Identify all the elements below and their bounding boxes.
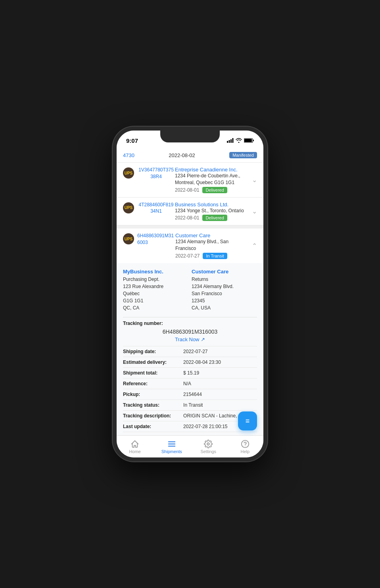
shipment-4730-badge: Manifested	[229, 152, 257, 158]
nav-settings-label: Settings	[200, 449, 216, 454]
shipment-4730-id: 4730	[123, 152, 134, 158]
shipment-row-customercare-expanded[interactable]: UPS 6H48863091M316003 Customer Care 1234…	[117, 229, 263, 435]
tracking-desc-label: Tracking description:	[123, 413, 183, 419]
shipping-date-value: 2022-07-27	[183, 349, 257, 354]
shipment-4730-date: 2022-08-02	[169, 152, 195, 158]
svg-rect-5	[244, 139, 252, 142]
screen-content: 4730 2022-08-02 Manifested UPS 1V3647780…	[117, 148, 263, 435]
track-now-link[interactable]: Track Now ↗	[123, 336, 257, 343]
detail-row-num-packages: Number of packages: 1	[123, 432, 257, 435]
shipment-date-business: 2022-08-01	[175, 215, 199, 221]
detail-row-reference: Reference: N/A	[123, 378, 257, 389]
chevron-business: ⌄	[249, 208, 257, 215]
ups-logo-customercare: UPS	[123, 233, 134, 244]
svg-rect-6	[253, 140, 254, 141]
shipment-address-entreprise: 1234 Pierre-de Coubertin Ave., Montreal,…	[175, 173, 249, 186]
svg-rect-2	[230, 139, 232, 143]
shipment-badge-business: Delivered	[202, 215, 227, 221]
shipment-address-customercare: 1234 Alemany Blvd., San Francisco	[175, 238, 249, 252]
detail-row-total: Shipment total: $ 15.19	[123, 367, 257, 378]
battery-icon	[244, 138, 254, 143]
from-postal: G1G 1G1	[123, 297, 188, 304]
status-icons	[227, 138, 254, 143]
help-icon	[241, 440, 249, 448]
total-value: $ 15.19	[183, 370, 257, 376]
shipment-address-business: 1234 Yonge St., Toronto, Ontario	[175, 208, 249, 214]
to-city: San Francisco	[192, 290, 257, 297]
from-region: QC, CA	[123, 304, 188, 311]
svg-rect-1	[229, 140, 230, 143]
shipment-company-business: Business Solutions Ltd.	[175, 202, 249, 208]
svg-rect-0	[227, 141, 228, 143]
detail-table: Tracking number: 6H48863091M316003 Track…	[123, 317, 257, 435]
ups-logo-business: UPS	[123, 202, 134, 213]
detail-row-shipping-date: Shipping date: 2022-07-27	[123, 346, 257, 357]
nav-shipments-label: Shipments	[161, 449, 182, 454]
from-dept: Purchasing Dept.	[123, 276, 188, 283]
shipment-id-entreprise: 1V3647780T37538R4	[137, 167, 175, 180]
expanded-detail: MyBusiness Inc. Purchasing Dept. 123 Rue…	[117, 263, 263, 435]
tracking-number-value: 6H48863091M316003	[123, 329, 257, 335]
nav-home-label: Home	[129, 449, 141, 454]
track-now-text[interactable]: Track Now ↗	[175, 336, 205, 342]
from-street: 123 Rue Alexandre	[123, 283, 188, 290]
est-delivery-label: Estimated delivery:	[123, 359, 183, 365]
nav-settings[interactable]: Settings	[190, 436, 227, 457]
status-time: 9:07	[126, 137, 138, 144]
shipping-date-label: Shipping date:	[123, 349, 183, 354]
nav-shipments[interactable]: Shipments	[154, 436, 190, 457]
chevron-customercare[interactable]: ⌃	[249, 242, 257, 250]
detail-row-last-update: Last update: 2022-07-28 21:00:15	[123, 421, 257, 432]
detail-row-tracking-desc: Tracking description: ORIGIN SCAN - Lach…	[123, 410, 257, 421]
svg-point-10	[207, 443, 210, 445]
from-company: MyBusiness Inc.	[123, 269, 188, 275]
shipment-badge-entreprise: Delivered	[202, 187, 227, 193]
to-company: Customer Care	[192, 269, 257, 275]
filter-fab-button[interactable]: ≡	[238, 411, 257, 430]
shipment-id-customercare: 6H48863091M316003	[137, 233, 174, 246]
shipment-row-business[interactable]: UPS 4T2884600F81934N1 Business Solutions…	[117, 198, 263, 226]
wifi-icon	[236, 138, 242, 143]
detail-row-est-delivery: Estimated delivery: 2022-08-04 23:30	[123, 357, 257, 367]
to-dept: Returns	[192, 276, 257, 283]
to-street: 1234 Alemany Blvd.	[192, 283, 257, 290]
tracking-number-label: Tracking number:	[123, 321, 257, 326]
to-region: CA, USA	[192, 304, 257, 311]
total-label: Shipment total:	[123, 370, 183, 376]
to-postal: 12345	[192, 297, 257, 304]
shipment-row-entreprise[interactable]: UPS 1V3647780T37538R4 Entreprise Canadie…	[117, 163, 263, 198]
phone-frame: 9:07 4730 2022-08-02	[113, 127, 267, 461]
detail-addresses: MyBusiness Inc. Purchasing Dept. 123 Rue…	[123, 269, 257, 311]
est-delivery-value: 2022-08-04 23:30	[183, 359, 257, 365]
nav-help[interactable]: Help	[227, 436, 264, 457]
from-city: Québec	[123, 290, 188, 297]
settings-icon	[204, 440, 213, 448]
tracking-status-label: Tracking status:	[123, 402, 183, 408]
shipments-icon	[167, 440, 176, 448]
shipment-company-entreprise: Entreprise Canadienne Inc.	[175, 167, 249, 173]
tracking-status-value: In Transit	[183, 402, 257, 408]
last-update-label: Last update:	[123, 424, 183, 429]
chevron-entreprise: ⌄	[249, 176, 257, 184]
ups-logo-entreprise: UPS	[123, 167, 134, 179]
pickup-value: 2154644	[183, 392, 257, 397]
shipment-date-entreprise: 2022-08-01	[175, 187, 199, 193]
home-icon	[131, 440, 139, 448]
nav-home[interactable]: Home	[117, 436, 154, 457]
signal-icon	[227, 138, 234, 143]
reference-value: N/A	[183, 381, 257, 386]
from-address: MyBusiness Inc. Purchasing Dept. 123 Rue…	[123, 269, 188, 311]
pickup-label: Pickup:	[123, 392, 183, 397]
svg-rect-3	[232, 138, 234, 143]
shipment-date-customercare: 2022-07-27	[175, 253, 200, 259]
detail-row-tracking-status: Tracking status: In Transit	[123, 400, 257, 410]
notch	[160, 131, 220, 142]
top-shipment-row[interactable]: 4730 2022-08-02 Manifested	[117, 148, 263, 163]
detail-row-pickup: Pickup: 2154644	[123, 389, 257, 400]
shipment-company-customercare: Customer Care	[175, 233, 249, 238]
shipment-badge-customercare: In Transit	[203, 253, 227, 259]
reference-label: Reference:	[123, 381, 183, 386]
section-divider	[117, 225, 263, 229]
shipment-id-business: 4T2884600F81934N1	[137, 202, 175, 215]
filter-icon: ≡	[246, 417, 250, 425]
